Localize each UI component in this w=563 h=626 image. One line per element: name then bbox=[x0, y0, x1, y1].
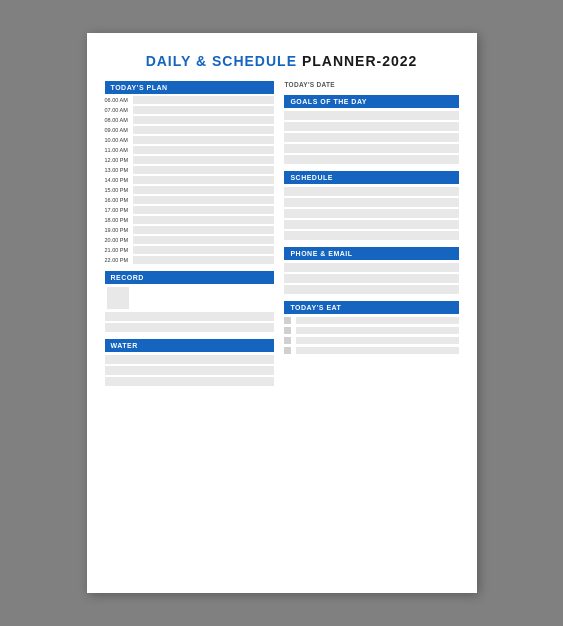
goals-line-5 bbox=[284, 155, 458, 164]
time-row: 15.00 PM bbox=[105, 186, 275, 194]
water-header: WATER bbox=[105, 339, 275, 352]
eat-row-1 bbox=[284, 317, 458, 324]
schedule-line-5 bbox=[284, 231, 458, 240]
time-row: 10.00 AM bbox=[105, 136, 275, 144]
eat-line-3 bbox=[296, 337, 458, 344]
time-label: 19.00 PM bbox=[105, 227, 133, 233]
time-label: 06.00 AM bbox=[105, 97, 133, 103]
time-line bbox=[133, 146, 275, 154]
time-line bbox=[133, 116, 275, 124]
todays-date-section: TODAY'S DATE bbox=[284, 81, 458, 88]
time-row: 19.00 PM bbox=[105, 226, 275, 234]
todays-plan-section: TODAY'S PLAN 06.00 AM 07.00 AM 08.00 AM … bbox=[105, 81, 275, 264]
todays-date-label: TODAY'S DATE bbox=[284, 81, 458, 88]
water-line-3 bbox=[105, 377, 275, 386]
goals-section: GOALS OF THE DAY bbox=[284, 95, 458, 164]
eat-line-1 bbox=[296, 317, 458, 324]
time-line bbox=[133, 236, 275, 244]
time-label: 12.00 PM bbox=[105, 157, 133, 163]
time-label: 14.00 PM bbox=[105, 177, 133, 183]
time-label: 22.00 PM bbox=[105, 257, 133, 263]
time-line bbox=[133, 136, 275, 144]
schedule-header: SCHEDULE bbox=[284, 171, 458, 184]
time-label: 16.00 PM bbox=[105, 197, 133, 203]
record-line-1 bbox=[105, 312, 275, 321]
time-row: 07.00 AM bbox=[105, 106, 275, 114]
time-row: 13.00 PM bbox=[105, 166, 275, 174]
time-label: 15.00 PM bbox=[105, 187, 133, 193]
title-highlight: DAILY & SCHEDULE bbox=[146, 53, 297, 69]
right-column: TODAY'S DATE GOALS OF THE DAY SCHEDULE bbox=[284, 81, 458, 393]
water-line-1 bbox=[105, 355, 275, 364]
time-row: 06.00 AM bbox=[105, 96, 275, 104]
time-line bbox=[133, 216, 275, 224]
schedule-section: SCHEDULE bbox=[284, 171, 458, 240]
planner-page: DAILY & SCHEDULE PLANNER-2022 TODAY'S PL… bbox=[87, 33, 477, 593]
time-line bbox=[133, 226, 275, 234]
eat-row-3 bbox=[284, 337, 458, 344]
schedule-line-1 bbox=[284, 187, 458, 196]
time-line bbox=[133, 206, 275, 214]
time-label: 17.00 PM bbox=[105, 207, 133, 213]
water-lines bbox=[105, 355, 275, 386]
time-line bbox=[133, 166, 275, 174]
water-section: WATER bbox=[105, 339, 275, 386]
time-line bbox=[133, 186, 275, 194]
goals-line-2 bbox=[284, 122, 458, 131]
time-row: 08.00 AM bbox=[105, 116, 275, 124]
time-label: 18.00 PM bbox=[105, 217, 133, 223]
goals-header: GOALS OF THE DAY bbox=[284, 95, 458, 108]
time-label: 09.00 AM bbox=[105, 127, 133, 133]
time-row: 09.00 AM bbox=[105, 126, 275, 134]
eat-checkbox-4 bbox=[284, 347, 291, 354]
time-label: 11.00 AM bbox=[105, 147, 133, 153]
phone-email-section: PHONE & EMAIL bbox=[284, 247, 458, 294]
schedule-line-3 bbox=[284, 209, 458, 218]
eat-line-2 bbox=[296, 327, 458, 334]
todays-eat-section: TODAY'S EAT bbox=[284, 301, 458, 354]
time-row: 12.00 PM bbox=[105, 156, 275, 164]
eat-row-2 bbox=[284, 327, 458, 334]
time-label: 08.00 AM bbox=[105, 117, 133, 123]
eat-checkbox-1 bbox=[284, 317, 291, 324]
left-column: TODAY'S PLAN 06.00 AM 07.00 AM 08.00 AM … bbox=[105, 81, 275, 393]
time-line bbox=[133, 196, 275, 204]
time-row: 22.00 PM bbox=[105, 256, 275, 264]
time-line bbox=[133, 96, 275, 104]
record-section: RECORD bbox=[105, 271, 275, 332]
phone-line-3 bbox=[284, 285, 458, 294]
goals-line-1 bbox=[284, 111, 458, 120]
schedule-line-4 bbox=[284, 220, 458, 229]
page-title: DAILY & SCHEDULE PLANNER-2022 bbox=[105, 53, 459, 69]
todays-plan-header: TODAY'S PLAN bbox=[105, 81, 275, 94]
time-line bbox=[133, 246, 275, 254]
time-line bbox=[133, 106, 275, 114]
time-row: 14.00 PM bbox=[105, 176, 275, 184]
eat-checkbox-2 bbox=[284, 327, 291, 334]
time-label: 21.00 PM bbox=[105, 247, 133, 253]
record-header: RECORD bbox=[105, 271, 275, 284]
time-rows: 06.00 AM 07.00 AM 08.00 AM 09.00 AM 10.0… bbox=[105, 96, 275, 264]
record-box bbox=[107, 287, 129, 309]
time-line bbox=[133, 156, 275, 164]
phone-line-1 bbox=[284, 263, 458, 272]
time-row: 20.00 PM bbox=[105, 236, 275, 244]
time-label: 07.00 AM bbox=[105, 107, 133, 113]
time-row: 11.00 AM bbox=[105, 146, 275, 154]
time-line bbox=[133, 176, 275, 184]
goals-line-4 bbox=[284, 144, 458, 153]
eat-row-4 bbox=[284, 347, 458, 354]
schedule-line-2 bbox=[284, 198, 458, 207]
record-line-2 bbox=[105, 323, 275, 332]
eat-line-4 bbox=[296, 347, 458, 354]
time-line bbox=[133, 126, 275, 134]
phone-email-header: PHONE & EMAIL bbox=[284, 247, 458, 260]
time-row: 17.00 PM bbox=[105, 206, 275, 214]
time-row: 16.00 PM bbox=[105, 196, 275, 204]
eat-checkbox-3 bbox=[284, 337, 291, 344]
time-row: 18.00 PM bbox=[105, 216, 275, 224]
time-label: 13.00 PM bbox=[105, 167, 133, 173]
phone-line-2 bbox=[284, 274, 458, 283]
time-row: 21.00 PM bbox=[105, 246, 275, 254]
todays-eat-header: TODAY'S EAT bbox=[284, 301, 458, 314]
